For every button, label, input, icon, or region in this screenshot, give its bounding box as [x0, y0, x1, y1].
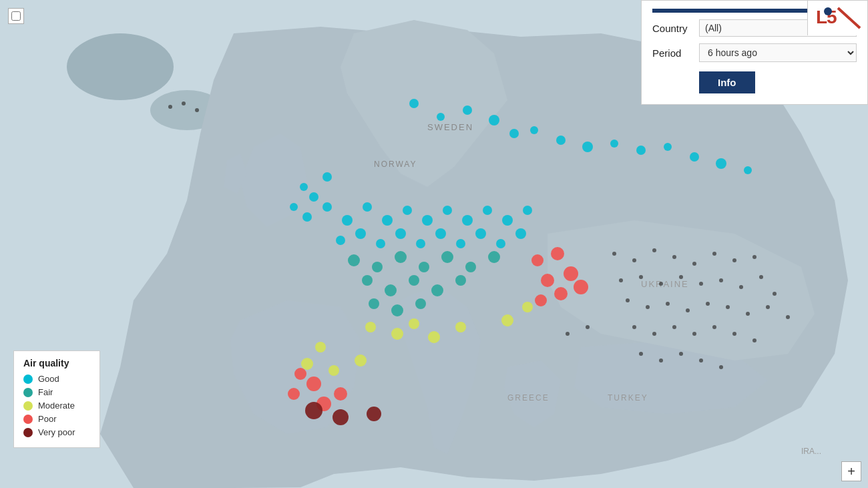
svg-point-69 [522, 302, 533, 312]
svg-point-90 [712, 252, 716, 256]
svg-point-99 [739, 285, 743, 289]
info-button[interactable]: Info [699, 71, 755, 93]
svg-point-34 [336, 236, 345, 245]
svg-point-108 [746, 312, 750, 316]
svg-point-48 [441, 251, 453, 263]
svg-point-72 [294, 368, 306, 380]
period-row: Period 6 hours ago 1 hour ago 3 hours ag… [652, 43, 857, 62]
logo-area: L 5 [807, 1, 867, 35]
svg-point-109 [766, 305, 770, 309]
svg-point-25 [363, 202, 372, 212]
svg-text:NORWAY: NORWAY [374, 160, 417, 169]
svg-point-61 [409, 318, 419, 329]
svg-point-113 [672, 325, 676, 329]
svg-point-105 [686, 308, 690, 312]
svg-point-24 [342, 215, 353, 226]
svg-point-40 [456, 239, 465, 248]
svg-point-104 [666, 302, 670, 306]
legend-label-fair: Fair [38, 387, 53, 397]
svg-point-98 [719, 278, 723, 282]
svg-text:SWEDEN: SWEDEN [427, 122, 473, 132]
svg-point-74 [541, 274, 554, 287]
svg-point-39 [435, 228, 446, 239]
svg-point-70 [306, 377, 321, 391]
svg-point-20 [690, 152, 699, 162]
svg-point-82 [305, 402, 322, 419]
svg-point-16 [582, 142, 593, 152]
svg-point-22 [744, 166, 752, 174]
svg-point-13 [509, 129, 519, 138]
svg-point-84 [367, 407, 381, 421]
svg-point-66 [355, 354, 367, 367]
svg-point-111 [632, 325, 636, 329]
svg-point-85 [612, 252, 616, 256]
topleft-checkbox[interactable] [8, 8, 24, 24]
svg-point-124 [566, 332, 570, 336]
svg-point-26 [382, 215, 393, 226]
svg-point-110 [786, 315, 790, 319]
svg-point-46 [395, 251, 407, 263]
svg-point-35 [355, 228, 366, 239]
svg-point-50 [488, 251, 500, 263]
zoom-in-button[interactable]: + [841, 461, 861, 481]
svg-point-71 [334, 387, 347, 401]
svg-point-132 [302, 212, 312, 222]
svg-point-128 [322, 172, 332, 182]
legend-item-very-poor: Very poor [23, 427, 90, 437]
legend-dot-fair [23, 388, 33, 397]
legend: Air quality Good Fair Moderate Poor Very… [13, 350, 100, 448]
svg-point-103 [646, 305, 650, 309]
svg-point-23 [322, 202, 332, 212]
svg-point-11 [463, 105, 472, 115]
svg-point-9 [409, 99, 419, 108]
svg-point-92 [752, 255, 756, 259]
svg-point-94 [639, 275, 643, 279]
svg-point-106 [706, 302, 710, 306]
svg-point-19 [664, 143, 672, 151]
svg-point-114 [692, 332, 696, 336]
svg-point-17 [610, 140, 618, 148]
svg-point-52 [385, 284, 397, 296]
svg-point-38 [416, 239, 425, 248]
svg-point-101 [773, 292, 777, 296]
svg-point-1 [67, 33, 174, 100]
svg-point-28 [422, 215, 433, 226]
svg-point-83 [333, 409, 349, 425]
period-select[interactable]: 6 hours ago 1 hour ago 3 hours ago 12 ho… [699, 43, 857, 62]
svg-point-86 [632, 258, 636, 262]
svg-point-97 [699, 282, 703, 286]
svg-point-57 [391, 304, 403, 316]
svg-point-67 [315, 342, 326, 352]
svg-point-80 [535, 294, 547, 306]
svg-point-126 [182, 101, 186, 105]
legend-label-moderate: Moderate [38, 401, 75, 411]
svg-point-64 [301, 358, 313, 370]
legend-dot-good [23, 375, 33, 384]
svg-point-31 [483, 206, 492, 215]
svg-point-42 [496, 239, 505, 248]
svg-text:UKRAINE: UKRAINE [641, 279, 689, 289]
svg-point-49 [465, 262, 476, 272]
control-panel: L 5 Country Period 6 hours ago 1 hour ag… [641, 0, 868, 105]
svg-text:IRA...: IRA... [801, 447, 821, 456]
svg-point-41 [475, 228, 486, 239]
svg-point-53 [409, 275, 419, 286]
svg-point-32 [502, 215, 513, 226]
checkbox-input[interactable] [11, 11, 21, 21]
svg-point-62 [428, 331, 440, 343]
svg-point-44 [348, 254, 360, 266]
legend-title: Air quality [23, 358, 90, 369]
svg-point-58 [415, 298, 426, 309]
legend-label-good: Good [38, 374, 59, 384]
svg-point-87 [652, 248, 656, 252]
svg-point-102 [626, 298, 630, 302]
svg-text:GREECE: GREECE [507, 393, 550, 403]
svg-point-119 [659, 358, 663, 362]
svg-point-15 [556, 136, 566, 145]
svg-point-14 [530, 126, 538, 134]
svg-point-127 [195, 108, 199, 112]
svg-point-125 [168, 105, 172, 109]
svg-point-60 [391, 328, 403, 340]
svg-point-68 [501, 314, 513, 326]
svg-point-130 [309, 192, 318, 202]
